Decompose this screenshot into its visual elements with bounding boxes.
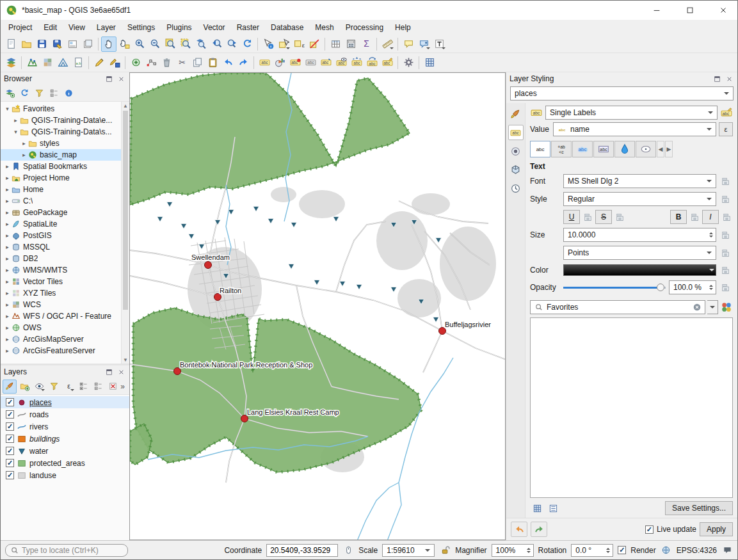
menu-processing[interactable]: Processing <box>340 21 389 34</box>
data-defined-override-button[interactable] <box>613 211 626 223</box>
lock-scale-icon[interactable] <box>439 545 451 556</box>
measure-button[interactable] <box>380 36 395 52</box>
spinner-arrows-icon[interactable] <box>709 285 714 290</box>
close-icon[interactable] <box>724 74 734 84</box>
italic-button[interactable]: I <box>702 210 719 224</box>
browser-item-project-home[interactable]: ▸Project Home <box>1 172 129 184</box>
tab-scroll-left-button[interactable]: ◀ <box>657 141 664 157</box>
text-tab[interactable]: abc <box>530 141 550 157</box>
layer-item-rivers[interactable]: ✓rivers <box>1 420 129 433</box>
expand-arrow-icon[interactable]: ▸ <box>3 209 12 216</box>
add-selected-layers-button[interactable] <box>3 86 17 100</box>
menu-plugins[interactable]: Plugins <box>161 21 197 34</box>
open-attribute-table-button[interactable] <box>328 36 343 52</box>
formatting-tab[interactable]: +ab<c <box>551 141 572 157</box>
undock-icon[interactable] <box>104 367 114 377</box>
rotate-label-button[interactable]: abc <box>364 55 380 70</box>
zoom-to-layer-button[interactable] <box>193 36 209 52</box>
browser-item-styles[interactable]: ▸styles <box>1 138 129 149</box>
browser-item-arcgisfeatureserver[interactable]: ▸ArcGisFeatureServer <box>1 345 129 356</box>
expand-arrow-icon[interactable]: ▸ <box>3 290 12 296</box>
vertex-tool-button[interactable] <box>143 55 159 70</box>
layer-item-water[interactable]: ✓water <box>1 445 129 457</box>
expand-arrow-icon[interactable]: ▸ <box>20 152 28 158</box>
menu-layer[interactable]: Layer <box>91 21 122 34</box>
change-label-properties-button[interactable]: abc <box>380 55 395 70</box>
style-preview-list[interactable] <box>530 317 733 498</box>
spinner-arrows-icon[interactable] <box>709 232 714 237</box>
add-vector-layer-button[interactable] <box>24 55 40 70</box>
scrollbar-thumb[interactable] <box>123 111 128 310</box>
size-spinner[interactable]: 10.0000 <box>563 228 716 242</box>
browser-item-wcs[interactable]: ▸WCS <box>1 299 129 310</box>
style-manager-button[interactable] <box>720 301 733 314</box>
scroll-up-icon[interactable]: ▲ <box>122 102 129 109</box>
buffer-tab[interactable]: abc <box>572 141 593 157</box>
manage-map-themes-button[interactable] <box>32 380 46 394</box>
value-field-combo[interactable]: abc name <box>553 122 716 136</box>
layer-item-protected_areas[interactable]: ✓protected_areas <box>1 457 129 469</box>
collapse-all-browser-button[interactable] <box>47 86 61 100</box>
labeling-rules-button[interactable]: abc <box>720 106 733 119</box>
layer-labeling-options-button[interactable]: abc <box>257 55 272 70</box>
browser-item-basic-map[interactable]: ▸basic_map <box>1 149 129 161</box>
paste-features-button[interactable] <box>205 55 220 70</box>
save-project-button[interactable] <box>34 36 49 52</box>
select-by-expression-button[interactable]: ε <box>291 36 307 52</box>
layer-visibility-checkbox[interactable]: ✓ <box>6 447 14 455</box>
statistical-summary-button[interactable]: Σ <box>358 36 374 52</box>
refresh-browser-button[interactable] <box>17 86 31 100</box>
opacity-slider[interactable] <box>563 281 666 294</box>
expand-arrow-icon[interactable]: ▸ <box>3 175 12 181</box>
menu-project[interactable]: Project <box>3 21 38 34</box>
layer-visibility-checkbox[interactable]: ✓ <box>6 398 14 406</box>
expand-arrow-icon[interactable]: ▸ <box>3 221 12 227</box>
expand-arrow-icon[interactable]: ▸ <box>3 186 12 193</box>
bold-button[interactable]: B <box>670 210 687 224</box>
identify-features-button[interactable] <box>261 36 276 52</box>
browser-item-arcgismapserver[interactable]: ▸ArcGisMapServer <box>1 333 129 345</box>
remove-layer-button[interactable] <box>106 380 120 394</box>
mask-tab[interactable] <box>508 143 524 159</box>
layer-item-places[interactable]: ✓places <box>1 396 129 408</box>
zoom-out-button[interactable] <box>147 36 163 52</box>
collapse-arrow-icon[interactable]: ▾ <box>12 129 20 135</box>
data-defined-override-button[interactable] <box>719 281 732 294</box>
rotation-spinner[interactable]: 0.0 ° <box>571 544 613 557</box>
messages-icon[interactable] <box>721 545 733 556</box>
expand-arrow-icon[interactable]: ▸ <box>3 255 12 262</box>
maximize-button[interactable] <box>675 1 704 20</box>
minimize-button[interactable] <box>642 1 671 20</box>
strikeout-button[interactable]: S <box>595 210 612 224</box>
menu-raster[interactable]: Raster <box>231 21 265 34</box>
style-combo[interactable]: Regular <box>563 192 716 206</box>
live-update-checkbox[interactable]: ✓ <box>645 525 654 534</box>
expand-all-button[interactable] <box>76 380 90 394</box>
add-mesh-layer-button[interactable] <box>55 55 70 70</box>
tab-scroll-right-button[interactable]: ▶ <box>665 141 673 157</box>
filter-by-expression-button[interactable]: ε <box>61 380 76 394</box>
browser-item-postgis[interactable]: ▸PostGIS <box>1 230 129 241</box>
undock-icon[interactable] <box>712 74 722 84</box>
symbology-tab[interactable] <box>508 106 524 122</box>
render-checkbox[interactable]: ✓ <box>618 546 626 554</box>
properties-widget-button[interactable] <box>61 86 76 100</box>
close-icon[interactable] <box>116 367 126 377</box>
crs-icon[interactable] <box>661 545 672 556</box>
close-icon[interactable] <box>116 74 126 84</box>
browser-item-wfs-ogc-api-feature[interactable]: ▸WFS / OGC API - Feature <box>1 310 129 322</box>
spinner-arrows-icon[interactable] <box>527 548 532 553</box>
browser-item-favorites[interactable]: ▾Favorites <box>1 103 129 115</box>
apply-button[interactable]: Apply <box>700 522 733 536</box>
opacity-spinner[interactable]: 100.0 % <box>669 280 716 294</box>
new-annotation-button[interactable] <box>416 36 431 52</box>
font-combo[interactable]: MS Shell Dlg 2 <box>563 174 716 188</box>
collapse-all-button[interactable] <box>91 380 105 394</box>
locate-input[interactable] <box>22 546 124 555</box>
collapse-arrow-icon[interactable]: ▾ <box>3 106 12 112</box>
browser-item-spatialite[interactable]: ▸SpatiaLite <box>1 218 129 230</box>
save-project-as-button[interactable] <box>49 36 65 52</box>
delete-selected-button[interactable] <box>159 55 174 70</box>
view-3d-tab[interactable] <box>508 162 524 177</box>
refresh-map-button[interactable] <box>239 36 255 52</box>
